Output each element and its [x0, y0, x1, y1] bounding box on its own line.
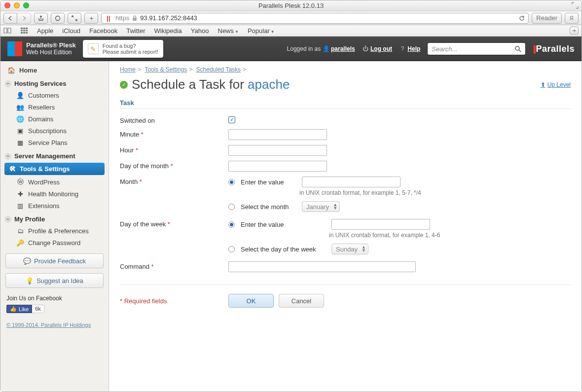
sidebar-item-subscriptions[interactable]: ▣Subscriptions [0, 125, 109, 137]
form-actions: * Required fields OK Cancel [120, 285, 571, 308]
sidebar-item-service-plans[interactable]: ▦Service Plans [0, 137, 109, 148]
window-controls [4, 2, 29, 8]
crumb-scheduled[interactable]: Scheduled Tasks [196, 66, 241, 73]
page-title: Schedule a Task for apache [132, 77, 290, 92]
bookmark-apple[interactable]: Apple [37, 27, 53, 35]
top-sites-icon[interactable] [20, 27, 28, 35]
sidebar-item-change-password[interactable]: 🔑Change Password [0, 237, 109, 249]
people-icon: 👥 [16, 103, 24, 111]
label-dow: Day of the week * [120, 219, 228, 228]
product-logo[interactable]: Parallels® PleskWeb Host Edition [7, 41, 76, 56]
month-input[interactable] [302, 177, 400, 187]
header-meta: Logged in as 👤 parallels ⏻ Log out ? Hel… [287, 45, 421, 52]
current-user-link[interactable]: parallels [331, 45, 355, 52]
dow-select[interactable]: Sunday▲▼ [331, 244, 368, 254]
bookmark-twitter[interactable]: Twitter [126, 27, 145, 35]
up-level-link[interactable]: ⬆Up Level [541, 81, 571, 88]
parallels-brand: || Parallels [533, 44, 575, 54]
dow-input[interactable] [331, 219, 430, 230]
sidebar-item-health[interactable]: ✚Health Monitoring [0, 188, 109, 200]
dom-input[interactable] [228, 161, 327, 172]
bookmark-facebook[interactable]: Facebook [89, 27, 117, 35]
help-link[interactable]: Help [407, 45, 420, 52]
dow-hint: in UNIX crontab format, for example 1, 4… [329, 232, 440, 239]
extensions-icon: ▥ [16, 202, 24, 210]
stop-button[interactable] [51, 13, 65, 24]
svg-rect-4 [23, 28, 25, 29]
sidebar-item-profile-prefs[interactable]: 🗂Profile & Preferences [0, 225, 109, 237]
forward-button[interactable] [17, 13, 31, 24]
sidebar-section-server[interactable]: –Server Management [0, 148, 109, 162]
month-hint: in UNIX crontab format, for example 1, 5… [299, 189, 421, 196]
back-button[interactable] [3, 13, 17, 24]
label-switched-on: Switched on [120, 115, 228, 124]
downloads-button[interactable] [565, 13, 579, 24]
collapse-icon: – [4, 216, 11, 223]
mac-titlebar: Parallels Plesk 12.0.13 [0, 0, 582, 11]
bookmark-bar: Apple iCloud Facebook Twitter Wikipedia … [0, 25, 582, 36]
share-button[interactable] [34, 13, 48, 24]
sidebar-item-domains[interactable]: 🌐Domains [0, 113, 109, 125]
sidebar-item-customers[interactable]: 👤Customers [0, 89, 109, 101]
user-icon: 👤 [323, 45, 329, 52]
minute-input[interactable] [228, 129, 327, 140]
reload-icon[interactable] [518, 15, 525, 22]
dow-enter-value-option[interactable]: Enter the value [228, 219, 440, 230]
crumb-home[interactable]: Home [120, 66, 136, 73]
reader-button[interactable]: Reader [532, 13, 562, 24]
health-icon: ✚ [16, 190, 24, 198]
provide-feedback-button[interactable]: 💬Provide Feedback [5, 253, 104, 268]
wordpress-icon: ⓦ [16, 178, 24, 186]
month-enter-value-option[interactable]: Enter the value [228, 177, 421, 187]
label-dom: Day of the month * [120, 161, 228, 170]
copyright-link[interactable]: © 1999-2014. Parallels IP Holdings [0, 314, 109, 328]
required-note: * Required fields [120, 297, 228, 305]
bookmark-icloud[interactable]: iCloud [62, 27, 80, 35]
sidebar-item-home[interactable]: 🏠Home [0, 64, 109, 76]
sidebar-item-extensions[interactable]: ▥Extensions [0, 200, 109, 212]
sidebar-item-tools-settings[interactable]: 🛠Tools & Settings [4, 163, 105, 175]
month-select-option[interactable]: Select the month January▲▼ [228, 201, 421, 212]
close-window-button[interactable] [4, 2, 10, 8]
sidebar: 🏠Home –Hosting Services 👤Customers 👥Rese… [0, 61, 109, 392]
cancel-button[interactable]: Cancel [279, 294, 324, 308]
window-title: Parallels Plesk 12.0.13 [258, 2, 324, 9]
svg-rect-1 [133, 18, 137, 21]
facebook-like[interactable]: 👍Like 6k [0, 304, 109, 314]
svg-rect-11 [26, 32, 28, 34]
logout-link[interactable]: Log out [370, 45, 392, 52]
reading-list-icon[interactable] [3, 27, 11, 35]
month-select[interactable]: January▲▼ [302, 201, 340, 212]
site-favicon: || [105, 14, 112, 22]
search-input[interactable]: Search... [427, 42, 526, 55]
bookmark-news[interactable]: News▼ [218, 27, 239, 35]
suggest-idea-button[interactable]: 💡Suggest an Idea [5, 273, 104, 288]
add-button[interactable]: ＋ [84, 13, 98, 24]
new-tab-button[interactable]: ＋ [570, 27, 579, 35]
subscription-icon: ▣ [16, 127, 24, 135]
ok-button[interactable]: OK [228, 294, 274, 308]
collapse-icon: – [4, 80, 11, 87]
bookmark-wikipedia[interactable]: Wikipedia [154, 27, 182, 35]
breadcrumb: Home> Tools & Settings> Scheduled Tasks> [120, 64, 571, 75]
app-header: Parallels® PleskWeb Host Edition ✎ Found… [0, 36, 582, 61]
lock-icon [132, 15, 137, 21]
dow-select-option[interactable]: Select the day of the week Sunday▲▼ [228, 244, 440, 254]
expand-button[interactable] [68, 13, 81, 24]
command-input[interactable] [228, 261, 416, 272]
label-minute: Minute * [120, 129, 228, 138]
sidebar-section-hosting[interactable]: –Hosting Services [0, 76, 109, 89]
minimize-window-button[interactable] [14, 2, 20, 8]
bug-report-button[interactable]: ✎ Found a bug?Please submit a report! [83, 40, 163, 58]
bookmark-popular[interactable]: Popular▼ [248, 27, 275, 35]
sidebar-item-wordpress[interactable]: ⓦWordPress [0, 176, 109, 188]
zoom-window-button[interactable] [23, 2, 29, 8]
switched-on-checkbox[interactable]: ✓ [228, 116, 235, 123]
bookmark-yahoo[interactable]: Yahoo [191, 27, 209, 35]
hour-input[interactable] [228, 145, 327, 156]
fullscreen-icon[interactable] [572, 2, 579, 9]
crumb-tools[interactable]: Tools & Settings [145, 66, 187, 73]
sidebar-item-resellers[interactable]: 👥Resellers [0, 101, 109, 113]
address-bar[interactable]: || https 93.91.167.252:8443 [101, 13, 529, 24]
sidebar-section-profile[interactable]: –My Profile [0, 212, 109, 225]
